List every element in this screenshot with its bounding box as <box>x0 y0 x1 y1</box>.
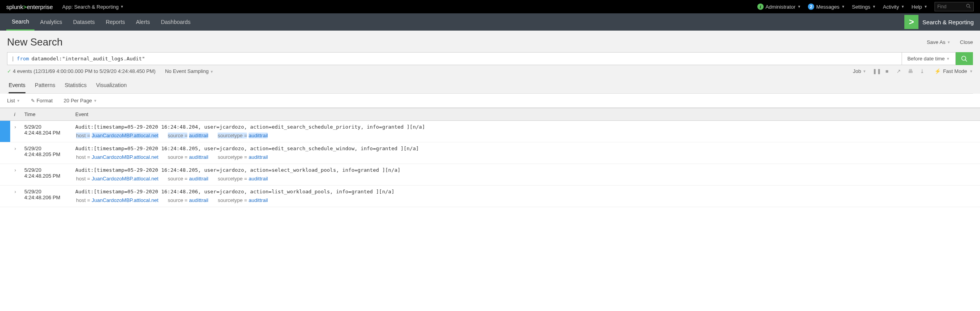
event-time: 5/29/204:24:48.206 PM <box>20 186 71 207</box>
search-input[interactable]: | from datamodel:"internal_audit_logs.Au… <box>7 52 902 65</box>
help-menu[interactable]: Help▼ <box>911 4 927 10</box>
caret-down-icon: ▼ <box>969 69 973 73</box>
messages-badge: 2 <box>808 4 814 10</box>
tab-patterns[interactable]: Patterns <box>35 78 55 93</box>
nav-reports[interactable]: Reports <box>100 13 131 31</box>
event-cell: Audit:[timestamp=05-29-2020 16:24:48.206… <box>71 186 980 207</box>
table-row: ›5/29/204:24:48.205 PMAudit:[timestamp=0… <box>0 164 980 186</box>
per-page-menu[interactable]: 20 Per Page ▼ <box>64 98 97 104</box>
event-sampling-menu[interactable]: No Event Sampling ▼ <box>165 68 214 74</box>
nav-search[interactable]: Search <box>6 13 34 31</box>
caret-down-icon: ▼ <box>797 5 801 9</box>
share-icon[interactable]: ↗ <box>896 68 902 74</box>
run-search-button[interactable] <box>956 52 973 65</box>
event-time: 5/29/204:24:48.204 PM <box>20 121 71 142</box>
caret-down-icon: ▼ <box>924 5 927 9</box>
caret-down-icon: ▼ <box>872 5 876 9</box>
col-expand: i <box>10 108 20 121</box>
field-source[interactable]: source = audittrail <box>167 197 209 204</box>
time-range-picker[interactable]: Before date time▼ <box>902 52 956 65</box>
field-source[interactable]: source = audittrail <box>167 175 209 182</box>
find-input[interactable] <box>937 4 966 9</box>
field-host[interactable]: host = JuanCardozoMBP.attlocal.net <box>75 197 159 204</box>
administrator-menu[interactable]: i Administrator▼ <box>757 4 801 10</box>
event-cell: Audit:[timestamp=05-29-2020 16:24:48.205… <box>71 164 980 186</box>
find-box[interactable] <box>935 2 974 11</box>
nav-datasets[interactable]: Datasets <box>67 13 100 31</box>
table-row: ›5/29/204:24:48.206 PMAudit:[timestamp=0… <box>0 186 980 207</box>
svg-line-1 <box>969 7 970 8</box>
caret-down-icon: ▼ <box>16 99 20 103</box>
job-menu[interactable]: Job ▼ <box>853 68 866 74</box>
search-icon <box>966 4 971 10</box>
activity-menu[interactable]: Activity▼ <box>883 4 904 10</box>
caret-down-icon: ▼ <box>120 5 124 9</box>
caret-down-icon: ▼ <box>210 70 214 74</box>
events-toolbar: List ▼ ✎ Format 20 Per Page ▼ <box>0 94 980 108</box>
pencil-icon: ✎ <box>31 98 35 104</box>
field-source[interactable]: source = audittrail <box>167 154 209 160</box>
caret-down-icon: ▼ <box>841 5 845 9</box>
nav-analytics[interactable]: Analytics <box>34 13 67 31</box>
expand-row-button[interactable]: › <box>10 121 20 142</box>
nav-dashboards[interactable]: Dashboards <box>155 13 196 31</box>
search-mode-menu[interactable]: ⚡ Fast Mode ▼ <box>935 68 973 74</box>
info-icon: i <box>757 4 764 10</box>
caret-down-icon: ▼ <box>901 5 904 9</box>
navbar: SearchAnalyticsDatasetsReportsAlertsDash… <box>0 13 980 31</box>
caret-down-icon: ▼ <box>94 99 97 103</box>
page-title: New Search <box>7 36 63 48</box>
bolt-icon: ⚡ <box>935 68 941 74</box>
field-host[interactable]: host = JuanCardozoMBP.attlocal.net <box>75 154 159 160</box>
event-cell: Audit:[timestamp=05-29-2020 16:24:48.205… <box>71 142 980 164</box>
app-context-menu[interactable]: App: Search & Reporting▼ <box>62 4 124 10</box>
field-host[interactable]: host = JuanCardozoMBP.attlocal.net <box>75 175 159 182</box>
expand-row-button[interactable]: › <box>10 142 20 164</box>
field-sourcetype[interactable]: sourcetype = audittrail <box>217 132 269 139</box>
raw-event: Audit:[timestamp=05-29-2020 16:24:48.206… <box>75 189 976 195</box>
field-source[interactable]: source = audittrail <box>167 132 209 139</box>
format-button[interactable]: ✎ Format <box>31 98 53 104</box>
raw-event: Audit:[timestamp=05-29-2020 16:24:48.204… <box>75 124 976 130</box>
raw-event: Audit:[timestamp=05-29-2020 16:24:48.205… <box>75 145 976 151</box>
topbar: splunk>enterprise App: Search & Reportin… <box>0 0 980 13</box>
print-icon[interactable]: 🖶 <box>908 68 913 74</box>
field-host[interactable]: host = JuanCardozoMBP.attlocal.net <box>75 132 159 139</box>
result-count: ✓ 4 events (12/31/69 4:00:00.000 PM to 5… <box>7 68 156 74</box>
events-table: i Time Event ›5/29/204:24:48.204 PMAudit… <box>0 108 980 207</box>
col-event: Event <box>71 108 980 121</box>
caret-down-icon: ▼ <box>863 69 866 73</box>
settings-menu[interactable]: Settings▼ <box>852 4 876 10</box>
svg-line-3 <box>965 60 967 62</box>
pause-icon[interactable]: ❚❚ <box>873 68 878 74</box>
app-title: Search & Reporting <box>922 19 974 25</box>
close-button[interactable]: Close <box>960 39 973 45</box>
svg-point-2 <box>962 56 966 60</box>
tab-events[interactable]: Events <box>9 78 25 93</box>
result-tabs: EventsPatternsStatisticsVisualization <box>7 78 973 94</box>
field-sourcetype[interactable]: sourcetype = audittrail <box>217 197 269 204</box>
save-as-button[interactable]: Save As ▼ <box>927 39 951 45</box>
stop-icon[interactable]: ■ <box>884 68 890 74</box>
event-time: 5/29/204:24:48.205 PM <box>20 142 71 164</box>
field-sourcetype[interactable]: sourcetype = audittrail <box>217 154 269 160</box>
search-bar: | from datamodel:"internal_audit_logs.Au… <box>7 52 973 65</box>
tab-visualization[interactable]: Visualization <box>96 78 127 93</box>
nav-alerts[interactable]: Alerts <box>131 13 156 31</box>
svg-point-0 <box>967 4 970 7</box>
app-icon: > <box>904 15 918 29</box>
event-time: 5/29/204:24:48.205 PM <box>20 164 71 186</box>
status-row: ✓ 4 events (12/31/69 4:00:00.000 PM to 5… <box>7 68 973 78</box>
messages-menu[interactable]: 2 Messages▼ <box>808 4 845 10</box>
logo: splunk>enterprise <box>6 4 53 10</box>
raw-event: Audit:[timestamp=05-29-2020 16:24:48.205… <box>75 167 976 173</box>
tab-statistics[interactable]: Statistics <box>65 78 87 93</box>
expand-row-button[interactable]: › <box>10 186 20 207</box>
expand-row-button[interactable]: › <box>10 164 20 186</box>
col-time[interactable]: Time <box>20 108 71 121</box>
download-icon[interactable]: ⤓ <box>920 68 925 74</box>
field-sourcetype[interactable]: sourcetype = audittrail <box>217 175 269 182</box>
list-mode-menu[interactable]: List ▼ <box>7 98 20 104</box>
caret-down-icon: ▼ <box>947 40 951 44</box>
table-row: ›5/29/204:24:48.204 PMAudit:[timestamp=0… <box>0 121 980 142</box>
